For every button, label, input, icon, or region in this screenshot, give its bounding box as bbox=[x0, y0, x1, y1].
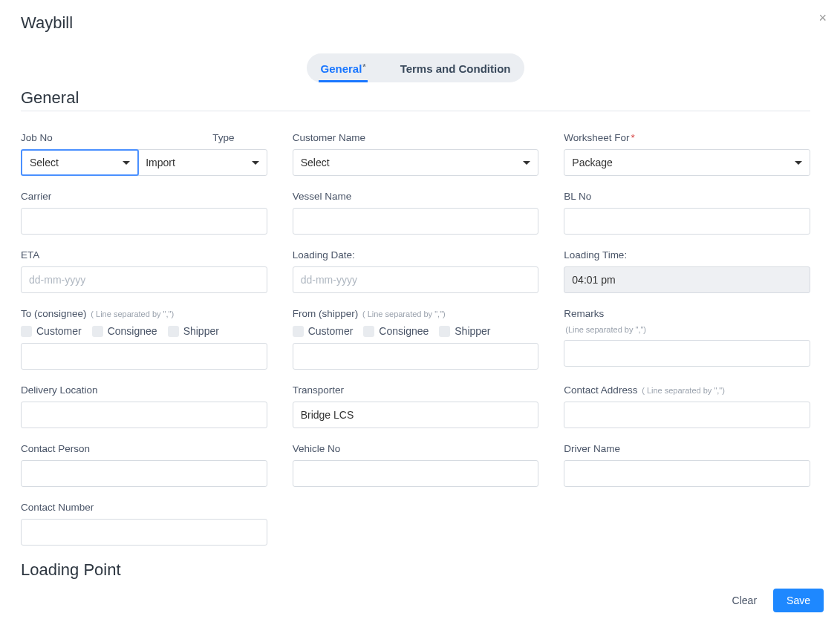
form-row: To (consignee) ( Line separated by ",") … bbox=[21, 308, 810, 370]
chevron-down-icon bbox=[523, 161, 530, 165]
label-sub-linesep: ( Line separated by ",") bbox=[362, 310, 446, 318]
modal-footer: Clear Save bbox=[0, 582, 840, 619]
label-from-shipper: From (shipper) ( Line separated by ",") bbox=[293, 308, 539, 319]
section-loading-point-title: Loading Point bbox=[21, 560, 810, 580]
label-bl-no: BL No bbox=[564, 191, 810, 202]
bl-no-input[interactable] bbox=[564, 208, 810, 235]
tab-terms[interactable]: Terms and Condition bbox=[393, 58, 518, 82]
label-remarks: Remarks bbox=[564, 308, 810, 319]
checkbox-icon bbox=[21, 326, 32, 337]
worksheet-for-value: Package bbox=[572, 157, 612, 168]
eta-input[interactable] bbox=[21, 266, 267, 293]
label-contact-address-text: Contact Address bbox=[564, 384, 637, 396]
field-contact-number: Contact Number bbox=[21, 502, 267, 546]
modal-title: Waybill bbox=[21, 13, 810, 33]
job-type-split: Select Import bbox=[21, 149, 267, 176]
to-consignee-input[interactable] bbox=[21, 343, 267, 370]
field-customer-name: Customer Name Select bbox=[293, 132, 539, 176]
delivery-location-input[interactable] bbox=[21, 402, 267, 428]
worksheet-for-select[interactable]: Package bbox=[564, 149, 810, 176]
label-worksheet-for: Worksheet For* bbox=[564, 132, 810, 143]
to-shipper-check[interactable]: Shipper bbox=[168, 325, 219, 337]
field-carrier: Carrier bbox=[21, 191, 267, 235]
remarks-input[interactable] bbox=[564, 340, 810, 367]
contact-person-input[interactable] bbox=[21, 460, 267, 487]
check-label: Customer bbox=[36, 325, 82, 337]
from-consignee-check[interactable]: Consignee bbox=[363, 325, 429, 337]
type-select[interactable]: Import bbox=[137, 149, 267, 176]
label-contact-number: Contact Number bbox=[21, 502, 267, 513]
save-button[interactable]: Save bbox=[773, 589, 824, 612]
check-label: Consignee bbox=[379, 325, 429, 337]
field-job-type: Job No Type Select Import bbox=[21, 132, 267, 176]
label-carrier: Carrier bbox=[21, 191, 267, 202]
check-label: Shipper bbox=[183, 325, 219, 337]
check-label: Shipper bbox=[455, 325, 490, 337]
field-to-consignee: To (consignee) ( Line separated by ",") … bbox=[21, 308, 267, 370]
type-value: Import bbox=[146, 157, 175, 168]
field-delivery-location: Delivery Location bbox=[21, 384, 267, 428]
tabs-container: General* Terms and Condition bbox=[21, 53, 810, 82]
transporter-input[interactable] bbox=[293, 402, 539, 428]
field-contact-address: Contact Address ( Line separated by ",") bbox=[564, 384, 810, 428]
checkbox-icon bbox=[92, 326, 103, 337]
field-from-shipper: From (shipper) ( Line separated by ",") … bbox=[293, 308, 539, 370]
customer-name-select[interactable]: Select bbox=[293, 149, 539, 176]
contact-address-input[interactable] bbox=[564, 402, 810, 428]
form-row: Delivery Location Transporter Contact Ad… bbox=[21, 384, 810, 428]
to-consignee-check[interactable]: Consignee bbox=[92, 325, 157, 337]
chevron-down-icon bbox=[252, 161, 259, 165]
chevron-down-icon bbox=[795, 161, 802, 165]
from-shipper-check[interactable]: Shipper bbox=[439, 325, 490, 337]
loading-date-input[interactable] bbox=[293, 266, 539, 293]
label-contact-address: Contact Address ( Line separated by ",") bbox=[564, 384, 810, 396]
label-vehicle-no: Vehicle No bbox=[293, 443, 539, 454]
to-customer-check[interactable]: Customer bbox=[21, 325, 82, 337]
job-no-value: Select bbox=[30, 157, 59, 168]
field-worksheet-for: Worksheet For* Package bbox=[564, 132, 810, 176]
remarks-sub: (Line separated by ",") bbox=[565, 325, 810, 334]
form-row: Contact Number bbox=[21, 502, 810, 546]
field-loading-date: Loading Date: bbox=[293, 249, 539, 293]
driver-name-input[interactable] bbox=[564, 460, 810, 487]
field-bl-no: BL No bbox=[564, 191, 810, 235]
from-customer-check[interactable]: Customer bbox=[293, 325, 354, 337]
field-loading-time: Loading Time: bbox=[564, 249, 810, 293]
check-label: Consignee bbox=[108, 325, 157, 337]
from-checkrow: Customer Consignee Shipper bbox=[293, 325, 539, 337]
label-vessel-name: Vessel Name bbox=[293, 191, 539, 202]
to-checkrow: Customer Consignee Shipper bbox=[21, 325, 267, 337]
close-icon[interactable]: × bbox=[818, 10, 827, 26]
field-vehicle-no: Vehicle No bbox=[293, 443, 539, 487]
tab-terms-label: Terms and Condition bbox=[400, 62, 511, 75]
label-contact-person: Contact Person bbox=[21, 443, 267, 454]
form-row: Contact Person Vehicle No Driver Name bbox=[21, 443, 810, 487]
label-to-consignee-text: To (consignee) bbox=[21, 308, 87, 319]
contact-number-input[interactable] bbox=[21, 519, 267, 546]
chevron-down-icon bbox=[123, 161, 130, 165]
form-row: Carrier Vessel Name BL No bbox=[21, 191, 810, 235]
label-loading-time: Loading Time: bbox=[564, 249, 810, 261]
clear-button[interactable]: Clear bbox=[732, 595, 757, 606]
vehicle-no-input[interactable] bbox=[293, 460, 539, 487]
label-transporter: Transporter bbox=[293, 384, 539, 396]
carrier-input[interactable] bbox=[21, 208, 267, 235]
field-remarks: Remarks (Line separated by ",") bbox=[564, 308, 810, 370]
label-type: Type bbox=[212, 132, 234, 143]
required-star-icon: * bbox=[631, 132, 635, 143]
loading-time-input[interactable] bbox=[564, 266, 810, 293]
tab-general[interactable]: General* bbox=[313, 58, 373, 82]
label-delivery-location: Delivery Location bbox=[21, 384, 267, 396]
label-job-no: Job No bbox=[21, 132, 134, 143]
label-sub-linesep: ( Line separated by ",") bbox=[642, 386, 725, 395]
label-worksheet-text: Worksheet For bbox=[564, 132, 629, 143]
checkbox-icon bbox=[439, 326, 450, 337]
section-general-title: General bbox=[21, 88, 810, 108]
vessel-name-input[interactable] bbox=[293, 208, 539, 235]
label-customer-name: Customer Name bbox=[293, 132, 539, 143]
label-eta: ETA bbox=[21, 249, 267, 261]
job-no-select[interactable]: Select bbox=[21, 149, 139, 176]
checkbox-icon bbox=[363, 326, 374, 337]
from-shipper-input[interactable] bbox=[293, 343, 539, 370]
section-divider bbox=[21, 111, 810, 111]
